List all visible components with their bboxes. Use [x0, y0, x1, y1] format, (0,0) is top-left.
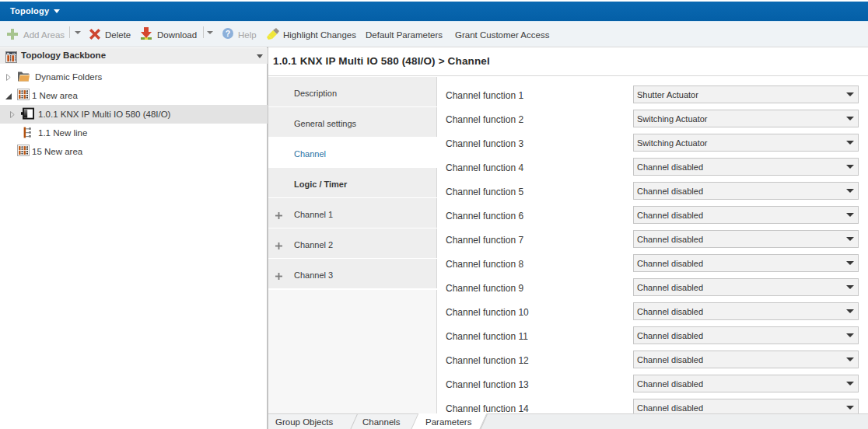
svg-text:?: ? [226, 29, 230, 38]
